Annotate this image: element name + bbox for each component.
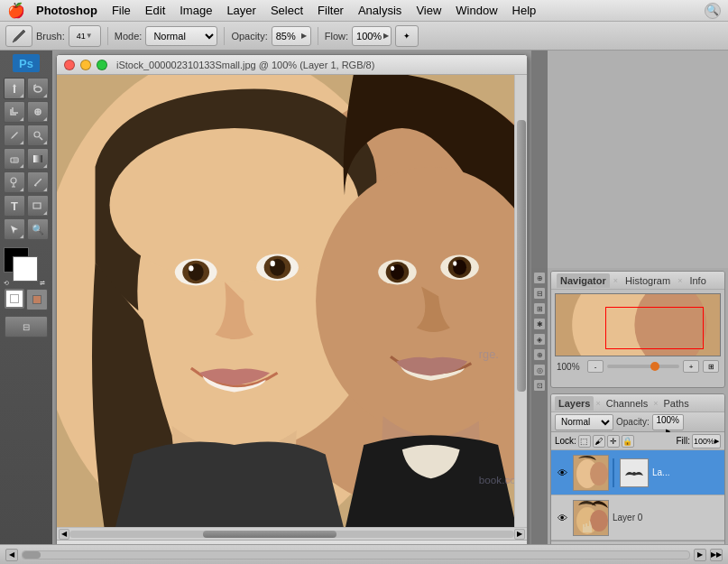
window-close-btn[interactable] — [64, 60, 75, 70]
blend-mode-select[interactable]: Normal — [145, 26, 217, 46]
nav-zoom-in-btn[interactable]: + — [683, 360, 699, 373]
brush-tool[interactable] — [4, 125, 25, 146]
dodge-tool[interactable] — [4, 171, 25, 193]
direct-select-tool[interactable] — [4, 218, 25, 240]
scroll-left-btn[interactable]: ◀ — [59, 529, 69, 540]
menu-edit[interactable]: Edit — [138, 2, 172, 19]
taskbar-track[interactable] — [22, 550, 690, 559]
navigator-tab[interactable]: Navigator — [557, 273, 610, 288]
layers-panel: Layers × Channels × Paths Normal Opacity… — [550, 393, 725, 561]
menu-layer[interactable]: Layer — [219, 2, 263, 19]
channels-tab[interactable]: Channels — [603, 396, 651, 411]
nav-zoom-out-btn[interactable]: - — [587, 360, 604, 373]
ps-logo: Ps — [13, 54, 40, 72]
nav-fit-btn[interactable]: ⊞ — [703, 360, 719, 373]
menu-photoshop[interactable]: Photoshop — [29, 2, 105, 19]
flow-input[interactable]: 100% ▶ — [352, 26, 392, 46]
lock-image-btn[interactable]: 🖌 — [593, 435, 605, 448]
layer-1-visibility[interactable]: 👁 — [555, 466, 569, 480]
menu-window[interactable]: Window — [448, 2, 504, 19]
menu-select[interactable]: Select — [263, 2, 310, 19]
layers-tab[interactable]: Layers — [555, 396, 594, 411]
apple-menu[interactable]: 🍎 — [7, 2, 25, 20]
vertical-scrollbar-thumb[interactable] — [517, 120, 526, 392]
scrollbar-thumb[interactable] — [203, 531, 336, 538]
quick-mask-off[interactable] — [5, 289, 24, 309]
tool-row-6: T — [4, 195, 49, 217]
nav-zoom-track[interactable] — [607, 365, 679, 368]
airbrush-toggle[interactable]: ✦ — [395, 25, 419, 47]
color-swatches[interactable]: ⟲ ⇌ — [4, 247, 49, 287]
right-strip-btn-3[interactable]: ⊞ — [533, 302, 546, 315]
navigator-rect — [605, 307, 704, 350]
window-minimize-btn[interactable] — [80, 60, 91, 70]
menu-view[interactable]: View — [409, 2, 448, 19]
tab-sep-4: × — [653, 399, 658, 408]
eraser-tool[interactable] — [4, 148, 25, 170]
vertical-scrollbar[interactable] — [514, 75, 527, 527]
menu-filter[interactable]: Filter — [310, 2, 351, 19]
navigator-content: 100% - + ⊞ — [551, 290, 724, 387]
layer-row-1[interactable]: 👁 — [551, 450, 724, 495]
taskbar-thumb[interactable] — [23, 551, 41, 559]
window-maximize-btn[interactable] — [97, 60, 107, 70]
screen-mode-btn[interactable]: ⊟ — [5, 316, 48, 337]
layer-row-0[interactable]: 👁 Layer 0 — [551, 495, 724, 541]
scrollbar-track[interactable] — [69, 531, 514, 538]
lock-position-btn[interactable]: ✛ — [607, 435, 620, 448]
scroll-right-btn[interactable]: ▶ — [514, 529, 525, 540]
svg-point-6 — [11, 178, 16, 183]
move-tool[interactable] — [4, 78, 25, 99]
nav-zoom-label: 100% — [557, 362, 584, 372]
layer-0-visibility[interactable]: 👁 — [555, 511, 569, 525]
layer-opacity-value: 100% — [656, 415, 679, 425]
histogram-tab[interactable]: Histogram — [622, 273, 674, 288]
menu-image[interactable]: Image — [172, 2, 219, 19]
fill-input[interactable]: 100% ▶ — [692, 434, 721, 448]
right-strip-btn-8[interactable]: ⊡ — [533, 379, 546, 392]
pen-tool[interactable] — [27, 171, 49, 193]
right-strip-btn-1[interactable]: ⊕ — [533, 272, 546, 284]
brush-tool-icon[interactable] — [5, 25, 32, 47]
layer-1-mask — [620, 458, 649, 487]
gradient-tool[interactable] — [27, 148, 49, 170]
right-strip-btn-2[interactable]: ⊟ — [533, 287, 546, 300]
spotlight-icon[interactable]: 🔍 — [705, 3, 721, 19]
tool-row-mask — [5, 289, 48, 310]
right-strip-btn-4[interactable]: ✱ — [533, 318, 546, 330]
sep3 — [318, 27, 318, 45]
menu-analysis[interactable]: Analysis — [351, 2, 409, 19]
text-tool[interactable]: T — [4, 195, 25, 217]
info-tab[interactable]: Info — [686, 273, 709, 288]
taskbar-btn-3[interactable]: ▶▶ — [710, 549, 723, 561]
nav-zoom-thumb[interactable] — [650, 362, 659, 371]
brush-preset-picker[interactable]: 41 ▼ — [69, 25, 101, 47]
main-area: Ps — [0, 51, 728, 564]
horizontal-scrollbar[interactable]: ◀ ▶ — [57, 527, 527, 540]
layer-opacity-input[interactable]: 100% ▶ — [652, 414, 684, 430]
clone-tool[interactable] — [27, 125, 49, 146]
opacity-input[interactable]: 85% ▶ — [272, 26, 311, 46]
layer-blend-mode[interactable]: Normal — [555, 414, 613, 430]
right-strip-btn-7[interactable]: ◎ — [533, 364, 546, 376]
navigator-thumbnail — [555, 293, 721, 356]
tool-strip-right: ⊕ ⊟ ⊞ ✱ ◈ ⊕ ◎ ⊡ — [531, 268, 548, 564]
quick-mask-on[interactable] — [26, 289, 48, 310]
menu-help[interactable]: Help — [505, 2, 544, 19]
canvas-content[interactable]: rge. book.co nbook.co — [57, 75, 527, 527]
canvas-area: iStock_000002310133Small.jpg @ 100% (Lay… — [52, 51, 531, 564]
taskbar-btn-1[interactable]: ◀ — [5, 549, 18, 561]
healing-tool[interactable] — [27, 101, 49, 123]
crop-tool[interactable] — [4, 101, 25, 123]
svg-point-41 — [590, 462, 608, 485]
paths-tab[interactable]: Paths — [660, 396, 693, 411]
taskbar-btn-2[interactable]: ▶ — [694, 549, 706, 561]
right-strip-btn-6[interactable]: ⊕ — [533, 348, 546, 361]
zoom-tool[interactable]: 🔍 — [27, 218, 49, 240]
lock-all-btn[interactable]: 🔒 — [622, 435, 634, 448]
menu-file[interactable]: File — [105, 2, 138, 19]
right-strip-btn-5[interactable]: ◈ — [533, 333, 546, 346]
lock-transparent-btn[interactable]: ⬚ — [578, 435, 591, 448]
shape-tool[interactable] — [27, 195, 49, 217]
lasso-tool[interactable] — [27, 78, 49, 99]
